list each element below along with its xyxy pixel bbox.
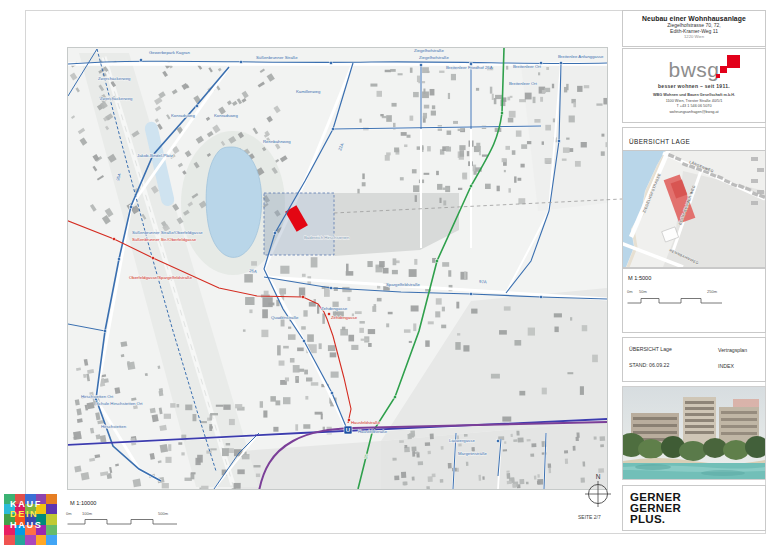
project-city: 1220 Wien: [623, 34, 765, 39]
inset-scale-bar: [627, 296, 725, 306]
svg-text:Breitenleer Friedhof 26A: Breitenleer Friedhof 26A: [446, 65, 493, 70]
kdh-line-2: DEIN: [10, 509, 42, 519]
svg-text:Breitenlee Anfanggasse: Breitenlee Anfanggasse: [558, 54, 604, 59]
svg-text:Hirschstetten: Hirschstetten: [101, 424, 127, 429]
uebersicht-lage-header: ÜBERSICHT LAGE: [622, 127, 766, 151]
scale-tick: 0m: [627, 289, 633, 294]
inset-scale-box: M 1:5000 0m 50m 250m: [622, 268, 766, 333]
runway: [104, 57, 233, 485]
bwsg-tagline: besser wohnen – seit 1911.: [623, 83, 765, 89]
bwsg-email: wohnungsanfragen@bwsg.at: [623, 110, 765, 116]
kdh-line-3: HAUS: [10, 520, 42, 530]
architect-logo-box: GERNER GERNER PLUS.: [622, 485, 766, 531]
svg-text:Konradsweg: Konradsweg: [171, 113, 195, 118]
svg-text:Margetinstraße: Margetinstraße: [458, 451, 488, 456]
svg-text:Ziegelhofstraße: Ziegelhofstraße: [419, 55, 449, 60]
svg-text:Süßenbrunner Straße: Süßenbrunner Straße: [256, 55, 298, 60]
svg-text:Breitenleer Ort: Breitenleer Ort: [509, 81, 538, 86]
svg-text:22A: 22A: [337, 142, 344, 151]
scale-tick: 50m: [639, 289, 647, 294]
bwsg-logo: bwsg: [668, 59, 719, 81]
svg-text:Konradsweg: Konradsweg: [214, 113, 238, 118]
architect-name-line3: PLUS.: [630, 514, 765, 525]
inset-scale-label: M 1:5000: [628, 275, 651, 281]
svg-text:U: U: [346, 427, 350, 433]
svg-text:Hausfeldstraße: Hausfeldstraße: [351, 420, 381, 425]
svg-text:Zehdengasse: Zehdengasse: [331, 315, 358, 320]
plan-stand-date: STAND: 06.09.22: [629, 362, 669, 368]
plan-sheet: U Gewerbepark KagranSüßenbrunner StraßeB…: [0, 0, 770, 545]
svg-text:Zwerchäckerweg: Zwerchäckerweg: [100, 96, 133, 101]
map-scale-bar: [67, 517, 181, 527]
map-scale-label: M 1:10000: [70, 500, 96, 506]
inset-map: ZIEGELHOFSTRASSEEDITH-KRAMER-WEGLÄNGENWE…: [623, 151, 765, 267]
svg-text:Lavatergasse: Lavatergasse: [449, 438, 475, 443]
svg-text:Jakob-Bindel-Platz: Jakob-Bindel-Platz: [137, 153, 173, 158]
page-number: SEITE 2/7: [578, 514, 601, 520]
svg-text:Hirschstetten Ort: Hirschstetten Ort: [81, 394, 114, 399]
bwsg-squares-icon: [720, 55, 740, 79]
plan-table-box: ÜBERSICHT Lage Vertragsplan STAND: 06.09…: [622, 337, 766, 382]
project-rendering-image: [622, 386, 766, 480]
svg-text:97A: 97A: [479, 279, 487, 284]
svg-text:Breitenleer Ort: Breitenleer Ort: [513, 64, 542, 69]
svg-text:Gewerbepark Kagran: Gewerbepark Kagran: [149, 50, 190, 55]
project-title: Neubau einer Wohnhausanlage: [623, 15, 765, 22]
u-bahn-station: U: [344, 426, 352, 434]
svg-text:Zehdengasse: Zehdengasse: [321, 306, 348, 311]
north-arrow-icon: N: [578, 470, 618, 512]
north-label: N: [596, 473, 601, 480]
svg-text:Süßenbrunner Straße/Oberfeldga: Süßenbrunner Straße/Oberfeldgasse: [132, 230, 203, 235]
scale-tick: 250m: [707, 289, 717, 294]
bwsg-wordmark: bwsg: [668, 58, 719, 81]
svg-text:Quadenstraße: Quadenstraße: [271, 315, 299, 320]
svg-text:26A: 26A: [249, 268, 257, 274]
city-map-canvas: U Gewerbepark KagranSüßenbrunner StraßeB…: [68, 48, 607, 489]
field-area: [521, 65, 607, 211]
kauf-dein-haus-logo: KAUF DEIN HAUS: [4, 494, 57, 545]
svg-text:Ziegelhofstraße: Ziegelhofstraße: [414, 48, 444, 53]
scale-tick: 100m: [82, 511, 92, 516]
svg-text:Badeteich Hirschstetten: Badeteich Hirschstetten: [304, 235, 350, 240]
lake-badeteich: [206, 147, 261, 257]
plan-index: INDEX: [718, 363, 734, 369]
main-site-map: U Gewerbepark KagranSüßenbrunner StraßeB…: [67, 47, 608, 490]
project-title-box: Neubau einer Wohnhausanlage Ziegelhofstr…: [622, 10, 766, 47]
bwsg-logo-box: bwsg besser wohnen – seit 1911. WBG Wohn…: [622, 48, 766, 123]
inset-map-box: ZIEGELHOFSTRASSEEDITH-KRAMER-WEGLÄNGENWE…: [622, 150, 766, 268]
svg-text:Oberfeldgasse/Spargelfeldstraß: Oberfeldgasse/Spargelfeldstraße: [129, 275, 193, 280]
svg-text:Kamillenweg: Kamillenweg: [296, 89, 321, 94]
plan-type: ÜBERSICHT Lage: [629, 346, 672, 352]
svg-text:Rennbahnweg: Rennbahnweg: [263, 139, 291, 144]
scale-tick: 500m: [158, 511, 168, 516]
scale-tick: 0m: [66, 511, 72, 516]
plan-kind: Vertragsplan: [718, 347, 747, 353]
svg-text:Zwerchäckerweg: Zwerchäckerweg: [98, 76, 131, 81]
svg-text:Spargelfeldstraße: Spargelfeldstraße: [386, 282, 421, 287]
svg-text:Hausfeldstraße: Hausfeldstraße: [358, 429, 388, 434]
svg-text:Schule Hirschstetten Ort: Schule Hirschstetten Ort: [96, 401, 143, 406]
svg-text:Süßenbrunner Str./Oberfeldgass: Süßenbrunner Str./Oberfeldgasse: [132, 237, 197, 242]
kdh-line-1: KAUF: [10, 499, 42, 509]
architect-name-line2: GERNER: [630, 503, 765, 514]
